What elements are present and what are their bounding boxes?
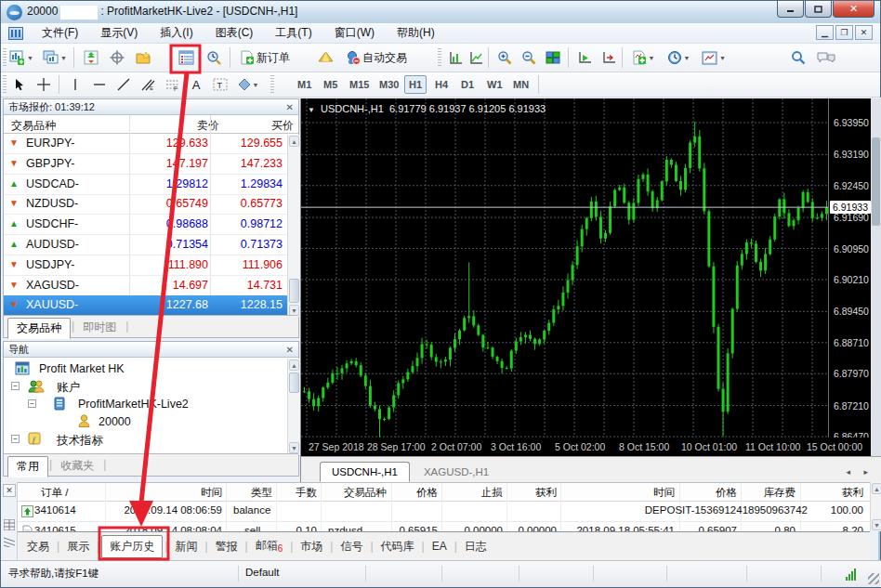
chart-right-scrollbar[interactable] <box>871 98 881 456</box>
terminal-tab-日志[interactable]: 日志 <box>459 535 493 558</box>
child-restore-button[interactable]: ❐ <box>835 25 853 40</box>
terminal-button[interactable] <box>174 46 198 69</box>
tree-node-20000[interactable]: 20000 <box>4 413 283 431</box>
indicators-button[interactable]: ▼ <box>627 46 659 69</box>
column-bid[interactable]: 卖价 <box>136 118 219 134</box>
vertical-line-tool-button[interactable] <box>64 74 86 95</box>
bar-chart-type-button[interactable] <box>445 46 466 69</box>
tree-node-账户[interactable]: −账户 <box>4 378 283 396</box>
scroll-up-icon[interactable]: ▲ <box>289 359 299 371</box>
market-watch-row-AUDUSD-[interactable]: ▲AUDUSD-0.713540.71373 <box>4 235 287 255</box>
chart-window[interactable]: ▼ USDCNH-,H1 6.91779 6.91937 6.91205 6.9… <box>300 98 880 482</box>
navigator-scrollbar[interactable]: ▲ ▼ <box>287 359 299 454</box>
terminal-tab-市场[interactable]: 市场 <box>295 535 328 558</box>
menu-item-I[interactable]: 插入(I) <box>149 22 204 44</box>
line-chart-type-button[interactable] <box>466 46 486 69</box>
menu-item-T[interactable]: 工具(T) <box>264 22 322 44</box>
metaeditor-button[interactable] <box>313 46 337 69</box>
scrollbar-thumb[interactable] <box>289 372 299 393</box>
market-watch-row-GBPJPY-[interactable]: ▼GBPJPY-147.197147.233 <box>4 154 287 175</box>
label-tool-button[interactable]: T <box>209 74 231 95</box>
toolbar-grip[interactable] <box>270 75 274 94</box>
market-watch-tab-1[interactable]: 交易品种 <box>7 318 71 339</box>
timeframe-M5[interactable]: M5 <box>319 75 342 94</box>
menu-item-W[interactable]: 窗口(W) <box>323 22 386 44</box>
tile-windows-button[interactable] <box>542 46 564 69</box>
terminal-tab-代码库[interactable]: 代码库 <box>375 535 420 558</box>
strategy-tester-button[interactable] <box>202 46 226 69</box>
tab-scroll-arrows[interactable]: ◂ ▸ <box>846 467 874 477</box>
menu-item-H[interactable]: 帮助(H) <box>386 22 446 44</box>
market-watch-row-XAGUSD-[interactable]: ▼XAGUSD-14.69714.731 <box>4 276 287 296</box>
crosshair-tool-button[interactable] <box>33 74 55 95</box>
profiles-button[interactable]: ▼ <box>40 46 70 69</box>
market-watch-tab-2[interactable]: 即时图 <box>74 318 125 337</box>
terminal-tab-信号[interactable]: 信号 <box>335 535 368 558</box>
timeframe-MN[interactable]: MN <box>508 75 533 94</box>
terminal-tab-邮箱[interactable]: 邮箱6 <box>250 534 289 557</box>
chat-button[interactable] <box>813 46 839 69</box>
market-watch-row-USDJPY-[interactable]: ▼USDJPY-111.890111.906 <box>4 255 287 276</box>
periods-button[interactable]: ▼ <box>663 46 694 69</box>
market-watch-row-NZDUSD-[interactable]: ▼NZDUSD-0.657490.65773 <box>4 194 287 215</box>
zoom-in-button[interactable] <box>493 46 516 69</box>
chart-tab-1[interactable]: USDCNH-,H1 <box>320 462 410 482</box>
timeframe-H4[interactable]: H4 <box>430 75 453 94</box>
market-watch-row-XAUUSD-[interactable]: ▼XAUUSD-1227.681228.15 <box>4 295 287 316</box>
zoom-out-button[interactable] <box>518 46 540 69</box>
terminal-close-button[interactable]: ✕ <box>3 484 16 497</box>
menu-item-F[interactable]: 文件(F) <box>31 22 89 44</box>
market-watch-row-EURJPY-[interactable]: ▼EURJPY-129.633129.655 <box>4 134 287 154</box>
scroll-up-icon[interactable]: ▲ <box>872 483 881 494</box>
menu-item-C[interactable]: 图表(C) <box>204 22 265 44</box>
timeframe-D1[interactable]: D1 <box>456 75 479 94</box>
history-row-closed-order[interactable]: 34106152018.09.14 08:08:04sell0.10nzdusd… <box>18 522 870 531</box>
tree-expander-icon[interactable]: − <box>28 399 36 408</box>
toolbar-grip[interactable] <box>3 75 7 94</box>
autotrading-button[interactable]: 自动交易 <box>341 46 412 69</box>
terminal-tab-展示[interactable]: 展示 <box>61 535 95 558</box>
timeframe-M1[interactable]: M1 <box>293 75 316 94</box>
close-icon[interactable]: ✕ <box>286 102 294 112</box>
resize-grip[interactable] <box>868 573 879 584</box>
scrollbar-thumb[interactable] <box>289 279 299 303</box>
status-profile[interactable]: Default <box>245 567 279 578</box>
text-tool-button[interactable]: A <box>185 74 207 95</box>
scrollbar-thumb[interactable] <box>872 137 880 226</box>
market-watch-scrollbar[interactable]: ▲ ▼ <box>287 135 299 317</box>
tree-expander-icon[interactable]: − <box>11 382 20 390</box>
terminal-tab-新闻[interactable]: 新闻 <box>169 535 203 558</box>
timeframe-W1[interactable]: W1 <box>482 75 507 94</box>
cursor-tool-button[interactable] <box>8 74 31 95</box>
templates-button[interactable]: ▼ <box>698 46 730 69</box>
timeframe-M30[interactable]: M30 <box>375 75 403 94</box>
child-close-button[interactable]: ✕ <box>855 25 873 40</box>
tree-node-技术指标[interactable]: −f技术指标 <box>4 431 283 449</box>
new-chart-button[interactable]: ▼ <box>7 46 36 69</box>
minimize-button[interactable] <box>777 1 804 18</box>
navigator-button[interactable] <box>131 46 155 69</box>
navigator-tab-2[interactable]: 收藏夹 <box>52 456 102 476</box>
trendline-tool-button[interactable] <box>112 74 135 95</box>
menu-item-V[interactable]: 显示(V) <box>89 22 149 44</box>
horizontal-line-tool-button[interactable] <box>88 74 111 95</box>
column-ask[interactable]: 买价 <box>210 118 294 134</box>
new-order-button[interactable]: 新订单 <box>235 46 295 69</box>
tree-expander-icon[interactable]: − <box>11 435 20 443</box>
chart-tab-2[interactable]: XAGUSD-,H1 <box>412 462 501 482</box>
close-icon[interactable]: ✕ <box>286 345 294 355</box>
data-window-button[interactable] <box>105 46 129 69</box>
chart-shift-button[interactable] <box>598 46 620 69</box>
scroll-down-icon[interactable]: ▼ <box>872 519 881 530</box>
timeframe-H1[interactable]: H1 <box>404 75 427 94</box>
market-watch-row-USDCAD-[interactable]: ▲USDCAD-1.298121.29834 <box>4 175 287 195</box>
tree-node-ProfitMarketHK-Live2[interactable]: −ProfitMarketHK-Live2 <box>4 396 283 413</box>
terminal-tab-EA[interactable]: EA <box>427 536 453 556</box>
shapes-tool-button[interactable]: ▼ <box>233 74 263 95</box>
history-row-balance[interactable]: 34106142018.09.14 08:06:59balanceDEPOSIT… <box>18 502 870 522</box>
column-symbol[interactable]: 交易品种 <box>11 118 56 134</box>
terminal-tab-账户历史[interactable]: 账户历史 <box>101 535 163 558</box>
terminal-tab-警报[interactable]: 警报 <box>210 535 243 558</box>
market-watch-button[interactable] <box>79 46 103 69</box>
channel-tool-button[interactable]: E <box>137 74 159 95</box>
